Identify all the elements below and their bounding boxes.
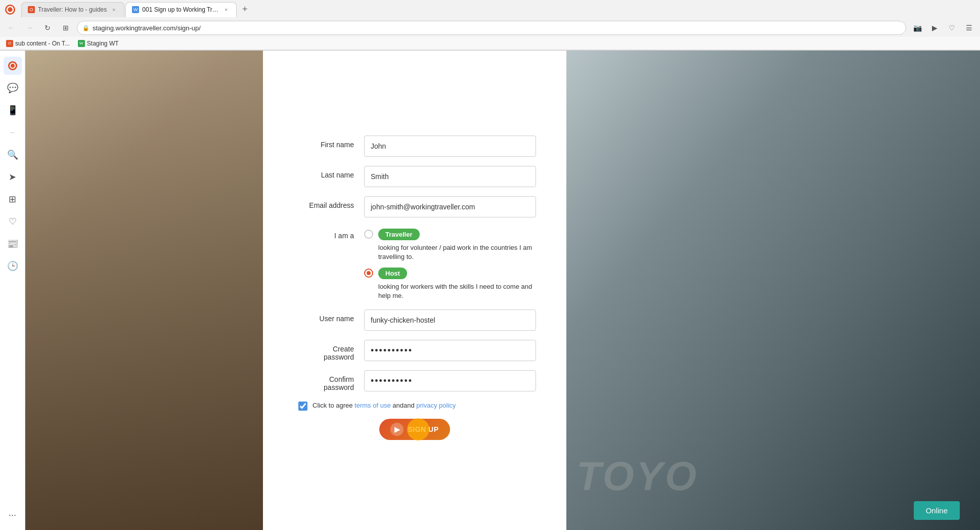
sidebar-opera[interactable] — [4, 57, 22, 75]
tab2-close[interactable]: × — [222, 6, 230, 14]
first-name-input-wrap — [364, 136, 536, 157]
confirm-password-row: Confirmpassword — [293, 370, 536, 391]
terms-label: Click to agree terms of use andand priva… — [313, 401, 456, 411]
bookmark1-label: sub content - On T... — [15, 40, 70, 47]
last-name-label: Last name — [293, 166, 364, 179]
tab-signup[interactable]: W 001 Sign up to Working Tra... × — [125, 2, 237, 17]
toolbar-icons: 📷 ▶ ♡ ☰ — [910, 21, 976, 35]
tab2-label: 001 Sign up to Working Tra... — [142, 6, 219, 13]
sidebar-heart[interactable]: ♡ — [4, 212, 22, 231]
lock-icon: 🔒 — [82, 25, 90, 31]
bookmark-staging-wt[interactable]: W Staging WT — [78, 40, 119, 47]
create-password-input-wrap — [364, 340, 536, 361]
back-button[interactable]: ← — [4, 21, 18, 35]
bookmark1-favicon: O — [6, 40, 13, 47]
confirm-password-label: Confirmpassword — [293, 370, 364, 391]
bookmark2-favicon: W — [78, 40, 85, 47]
background-left-image — [25, 51, 263, 530]
username-label: User name — [293, 310, 364, 323]
bookmarks-bar: O sub content - On T... W Staging WT — [0, 37, 980, 50]
background-text: TOYO — [576, 453, 698, 500]
signup-button-icon: ▶ — [390, 423, 404, 436]
host-option: Host looking for workers with the skills… — [364, 268, 536, 300]
signup-form: First name Last name Email address — [263, 125, 566, 456]
email-input-wrap — [364, 196, 536, 217]
and-text: and — [392, 402, 404, 409]
background-right-image: TOYO — [566, 51, 980, 530]
role-options: Traveller looking for volunteer / paid w… — [364, 227, 536, 301]
host-description: looking for workers with the skills I ne… — [378, 281, 536, 300]
traveller-badge[interactable]: Traveller — [378, 229, 420, 240]
host-radio[interactable] — [364, 269, 373, 278]
bookmark2-label: Staging WT — [87, 40, 119, 47]
address-bar[interactable]: 🔒 staging.workingtraveller.com/sign-up/ — [77, 21, 906, 35]
privacy-link[interactable]: privacy policy — [416, 402, 456, 409]
sidebar-more[interactable]: ··· — [4, 506, 22, 524]
create-password-row: Createpassword — [293, 340, 536, 361]
page-wrapper: First name Last name Email address — [25, 51, 980, 530]
home-button[interactable]: ⊞ — [59, 21, 73, 35]
signup-button[interactable]: ▶ SIGN UP — [379, 419, 450, 440]
role-row: I am a Traveller looking for volunt — [293, 227, 536, 301]
online-badge[interactable]: Online — [914, 501, 960, 520]
svg-point-2 — [8, 61, 17, 70]
form-area: First name Last name Email address — [263, 51, 566, 530]
email-label: Email address — [293, 196, 364, 209]
opera-logo — [4, 4, 16, 16]
sidebar-messages[interactable]: 💬 — [4, 79, 22, 97]
address-text: staging.workingtraveller.com/sign-up/ — [93, 24, 901, 32]
traveller-row: Traveller — [378, 229, 536, 240]
bookmark-icon[interactable]: ♡ — [945, 21, 959, 35]
sidebar-whatsapp[interactable]: 📱 — [4, 101, 22, 119]
signup-button-wrap: ▶ SIGN UP — [293, 419, 536, 440]
first-name-row: First name — [293, 136, 536, 157]
main-content: 💬 📱 — 🔍 ➤ ⊞ ♡ 📰 🕒 ··· First name — [0, 51, 980, 530]
sidebar-search[interactable]: 🔍 — [4, 146, 22, 164]
sidebar-history[interactable]: 🕒 — [4, 257, 22, 275]
sidebar-apps[interactable]: ⊞ — [4, 190, 22, 208]
tab1-close[interactable]: × — [110, 6, 118, 14]
browser-chrome: O Traveller: How to - guides × W 001 Sig… — [0, 0, 980, 51]
tab2-favicon: W — [132, 6, 139, 13]
sidebar-send[interactable]: ➤ — [4, 168, 22, 186]
username-input[interactable] — [364, 310, 536, 331]
sidebar: 💬 📱 — 🔍 ➤ ⊞ ♡ 📰 🕒 ··· — [0, 51, 25, 530]
menu-icon[interactable]: ☰ — [962, 21, 976, 35]
confirm-password-input[interactable] — [364, 370, 536, 391]
first-name-label: First name — [293, 136, 364, 149]
terms-text: Click to agree — [313, 402, 352, 409]
cast-icon[interactable]: ▶ — [927, 21, 942, 35]
bookmark-sub-content[interactable]: O sub content - On T... — [6, 40, 70, 47]
email-row: Email address — [293, 196, 536, 217]
host-badge[interactable]: Host — [378, 268, 407, 279]
first-name-input[interactable] — [364, 136, 536, 157]
tab1-favicon: O — [28, 6, 35, 13]
traveller-radio[interactable] — [364, 230, 373, 239]
tab-traveller-guides[interactable]: O Traveller: How to - guides × — [21, 2, 124, 17]
username-row: User name — [293, 310, 536, 331]
new-tab-button[interactable]: + — [238, 3, 252, 17]
terms-link[interactable]: terms of use — [354, 402, 391, 409]
signup-button-label: SIGN UP — [408, 425, 438, 433]
forward-button[interactable]: → — [22, 21, 36, 35]
sidebar-divider1: — — [4, 123, 22, 142]
last-name-row: Last name — [293, 166, 536, 187]
create-password-input[interactable] — [364, 340, 536, 361]
role-label: I am a — [293, 227, 364, 240]
last-name-input-wrap — [364, 166, 536, 187]
last-name-input[interactable] — [364, 166, 536, 187]
email-input[interactable] — [364, 196, 536, 217]
screenshot-icon[interactable]: 📷 — [910, 21, 924, 35]
terms-checkbox[interactable] — [298, 402, 307, 411]
tab1-label: Traveller: How to - guides — [38, 6, 107, 13]
address-bar-row: ← → ↻ ⊞ 🔒 staging.workingtraveller.com/s… — [0, 19, 980, 37]
tab-bar: O Traveller: How to - guides × W 001 Sig… — [0, 0, 980, 19]
confirm-password-input-wrap — [364, 370, 536, 391]
traveller-description: looking for volunteer / paid work in the… — [378, 242, 536, 261]
create-password-label: Createpassword — [293, 340, 364, 361]
traveller-content: Traveller looking for volunteer / paid w… — [378, 229, 536, 261]
reload-button[interactable]: ↻ — [40, 21, 55, 35]
radio-group: Traveller looking for volunteer / paid w… — [364, 227, 536, 301]
terms-row: Click to agree terms of use andand priva… — [293, 401, 536, 411]
sidebar-news[interactable]: 📰 — [4, 235, 22, 253]
